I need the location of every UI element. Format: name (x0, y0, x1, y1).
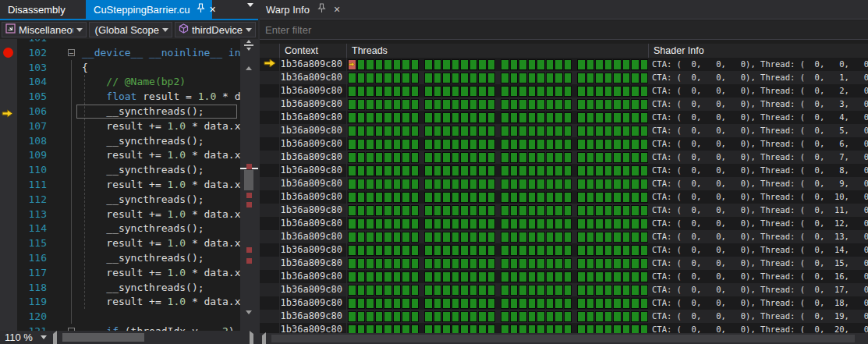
member-dropdown[interactable]: thirdDeviceFx (175, 22, 256, 37)
thread-cell[interactable] (452, 298, 460, 309)
thread-cell[interactable] (452, 73, 460, 83)
thread-cell[interactable] (460, 73, 469, 83)
thread-cell[interactable] (366, 112, 374, 123)
tab-custeppingbarrier[interactable]: CuSteppingBarrier.cu × (86, 0, 212, 19)
thread-cell[interactable] (393, 285, 402, 296)
thread-cell[interactable] (452, 285, 460, 296)
thread-cell[interactable] (375, 126, 384, 137)
thread-cell[interactable] (469, 271, 478, 282)
thread-cell[interactable] (537, 165, 545, 176)
thread-cell[interactable] (613, 86, 622, 97)
thread-cell[interactable] (554, 258, 563, 269)
thread-cell[interactable] (460, 99, 469, 110)
thread-cell[interactable] (384, 86, 392, 97)
thread-cell[interactable] (631, 86, 639, 97)
thread-cell[interactable] (357, 59, 366, 70)
thread-cell[interactable] (357, 165, 366, 176)
warp-row[interactable]: 1b36a809c80CTA: ( 0, 0, 0), Thread: ( 0,… (260, 111, 868, 124)
thread-cell[interactable] (348, 285, 356, 296)
thread-cell[interactable] (501, 232, 509, 243)
thread-cell[interactable] (510, 285, 519, 296)
scope-dropdown[interactable]: (Global Scope (89, 22, 172, 37)
warp-row[interactable]: 1b36a809c80CTA: ( 0, 0, 0), Thread: ( 0,… (260, 323, 868, 333)
thread-cell[interactable] (564, 218, 572, 229)
thread-cell[interactable] (434, 73, 442, 83)
header-shader-info[interactable]: Shader Info (649, 44, 868, 58)
thread-cell[interactable] (384, 126, 392, 137)
thread-cell[interactable] (469, 112, 478, 123)
thread-cell[interactable] (510, 112, 519, 123)
thread-cell[interactable] (613, 192, 622, 203)
thread-cell[interactable] (402, 192, 410, 203)
thread-cell[interactable] (424, 311, 433, 322)
thread-cell[interactable] (595, 165, 604, 176)
thread-cell[interactable] (357, 232, 366, 243)
thread-cell[interactable] (577, 112, 586, 123)
thread-cell[interactable] (434, 152, 442, 163)
thread-cell[interactable] (452, 324, 460, 334)
thread-cell[interactable] (348, 112, 356, 123)
thread-cell[interactable] (537, 245, 545, 256)
thread-cell[interactable] (487, 86, 496, 97)
thread-cell[interactable] (424, 59, 433, 70)
filter-input[interactable] (260, 20, 868, 39)
thread-cell[interactable] (393, 298, 402, 309)
thread-cell[interactable] (564, 271, 572, 282)
thread-cell[interactable] (631, 192, 639, 203)
thread-cell[interactable] (478, 298, 487, 309)
thread-cell[interactable] (411, 271, 420, 282)
thread-cell[interactable] (546, 205, 554, 216)
thread-cell[interactable] (501, 99, 509, 110)
thread-cell[interactable] (604, 179, 613, 190)
thread-cell[interactable] (510, 192, 519, 203)
thread-cell[interactable] (501, 152, 509, 163)
thread-cell[interactable] (393, 271, 402, 282)
thread-cell[interactable] (452, 165, 460, 176)
thread-cell[interactable] (604, 298, 613, 309)
thread-cell[interactable] (622, 311, 631, 322)
thread-cell[interactable] (546, 324, 554, 334)
thread-cell[interactable] (424, 126, 433, 137)
thread-cell[interactable] (554, 59, 563, 70)
thread-cell[interactable] (519, 165, 527, 176)
thread-cell[interactable] (434, 179, 442, 190)
code-viewport[interactable]: 101102–__device__ __noinline__ in103{104… (0, 39, 240, 331)
thread-cell[interactable] (510, 179, 519, 190)
thread-cell[interactable] (519, 311, 527, 322)
thread-cell[interactable] (348, 258, 356, 269)
thread-cell[interactable] (442, 73, 451, 83)
thread-cell[interactable] (357, 324, 366, 334)
thread-cell[interactable] (510, 298, 519, 309)
thread-cell[interactable] (564, 324, 572, 334)
thread-cell[interactable] (595, 86, 604, 97)
thread-cell[interactable] (622, 179, 631, 190)
thread-cell[interactable] (604, 126, 613, 137)
thread-cell[interactable] (510, 73, 519, 83)
thread-cell[interactable] (510, 205, 519, 216)
thread-cell[interactable] (528, 112, 537, 123)
context-cell[interactable]: 1b36a809c80 (280, 270, 347, 283)
warp-row[interactable]: 1b36a809c80CTA: ( 0, 0, 0), Thread: ( 0,… (260, 164, 868, 177)
thread-cell[interactable] (501, 285, 509, 296)
thread-cell[interactable] (546, 245, 554, 256)
thread-cell[interactable] (348, 298, 356, 309)
thread-cell[interactable] (586, 205, 595, 216)
thread-cell[interactable] (640, 311, 649, 322)
thread-cell[interactable] (411, 192, 420, 203)
thread-cell[interactable] (554, 99, 563, 110)
thread-cell[interactable] (537, 139, 545, 150)
shader-info-cell[interactable]: CTA: ( 0, 0, 0), Thread: ( 0, 18, 0) (649, 296, 868, 310)
thread-cell[interactable] (595, 205, 604, 216)
scroll-right-icon[interactable] (250, 334, 253, 344)
thread-cell[interactable] (546, 218, 554, 229)
thread-cell[interactable] (424, 73, 433, 83)
thread-cell[interactable] (613, 232, 622, 243)
fold-collapse-icon[interactable]: – (68, 49, 75, 56)
shader-info-cell[interactable]: CTA: ( 0, 0, 0), Thread: ( 0, 14, 0) (649, 243, 868, 257)
thread-cell[interactable] (348, 271, 356, 282)
thread-cell[interactable] (366, 179, 374, 190)
thread-cell[interactable] (487, 179, 496, 190)
thread-cell[interactable] (375, 179, 384, 190)
thread-cell[interactable] (411, 258, 420, 269)
thread-cell[interactable] (622, 152, 631, 163)
